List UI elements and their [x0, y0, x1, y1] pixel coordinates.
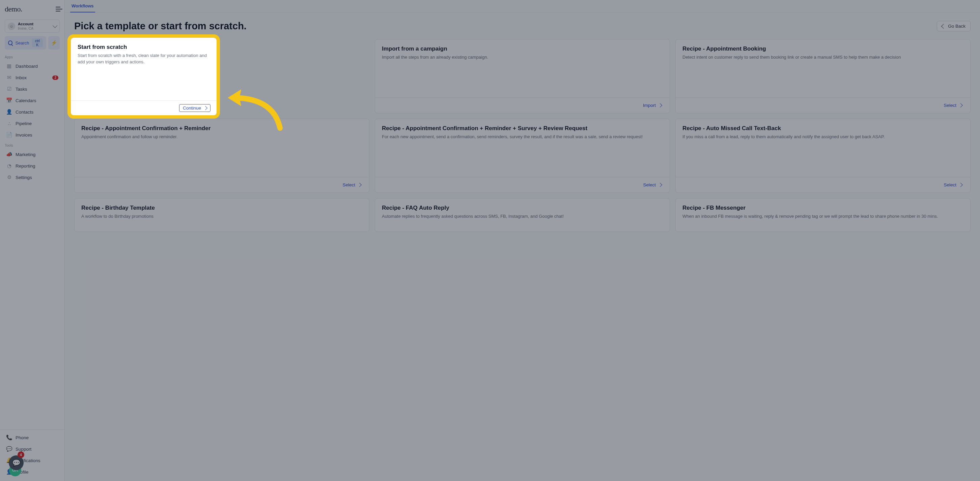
spotlight-continue-button[interactable]: Continue [179, 104, 210, 112]
spotlight-action-label: Continue [183, 105, 201, 111]
spotlight-card[interactable]: Start from scratch Start from scratch wi… [71, 38, 216, 115]
arrow-right-icon [203, 106, 207, 110]
spotlight-title: Start from scratch [78, 44, 210, 51]
spotlight-desc: Start from scratch with a fresh, clean s… [78, 52, 210, 65]
